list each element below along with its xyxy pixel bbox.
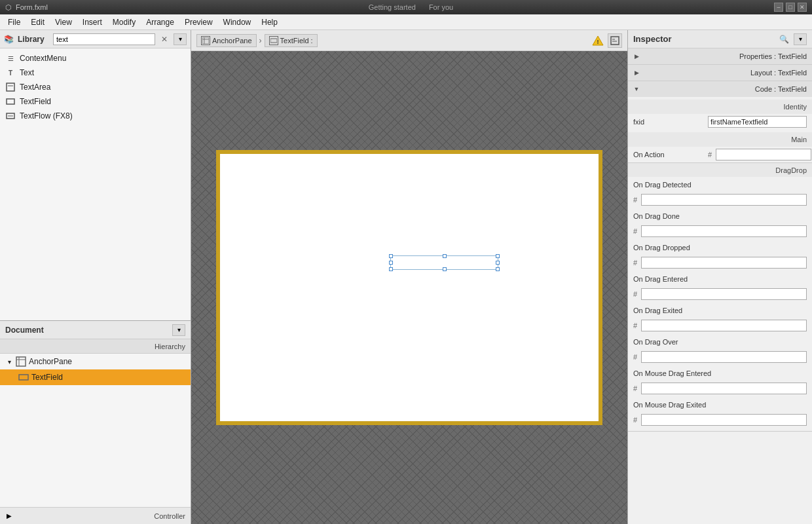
tree-toggle-anchorpane[interactable]: ▾ — [5, 358, 13, 365]
library-item-textfield[interactable]: TextField — [0, 94, 191, 109]
handle-middle-left[interactable] — [389, 261, 393, 265]
svg-rect-5 — [16, 357, 26, 366]
on-drag-dropped-row: On Drag Dropped — [628, 240, 812, 255]
close-button[interactable]: ✕ — [798, 3, 807, 12]
library-header: 📚 Library ✕ ▾ — [0, 30, 191, 48]
main-layout: 📚 Library ✕ ▾ ☰ ContextMenu T Text — [0, 30, 812, 524]
properties-section-header[interactable]: ▶ Properties : TextField — [628, 48, 812, 64]
menu-bar: File Edit View Insert Modify Arrange Pre… — [0, 14, 812, 30]
document-tree: ▾ AnchorPane TextField — [0, 354, 191, 507]
on-drag-done-input[interactable] — [641, 225, 807, 237]
on-drag-dropped-input-row: # — [628, 255, 812, 271]
svg-rect-9 — [202, 37, 209, 44]
menu-view[interactable]: View — [50, 16, 77, 28]
user-name: For you — [429, 3, 453, 11]
menu-arrange[interactable]: Arrange — [141, 16, 179, 28]
textfield-selected[interactable] — [390, 255, 498, 270]
tree-item-anchorpane[interactable]: ▾ AnchorPane — [0, 354, 191, 369]
on-mouse-drag-exited-input[interactable] — [641, 414, 807, 426]
svg-text:!: ! — [597, 39, 599, 45]
minimize-button[interactable]: – — [774, 3, 783, 12]
library-section: 📚 Library ✕ ▾ ☰ ContextMenu T Text — [0, 30, 191, 321]
on-mouse-drag-entered-label: On Mouse Drag Entered — [633, 369, 711, 377]
document-gear-button[interactable]: ▾ — [172, 324, 185, 336]
maximize-button[interactable]: □ — [786, 3, 795, 12]
on-action-input[interactable] — [716, 149, 811, 160]
hash-7: # — [633, 416, 640, 424]
main-label: Main — [791, 136, 807, 143]
menu-help[interactable]: Help — [256, 16, 283, 28]
textfield-icon — [5, 96, 16, 107]
on-drag-done-field: # — [633, 225, 807, 237]
menu-modify[interactable]: Modify — [107, 16, 141, 28]
hash-1: # — [633, 227, 640, 235]
library-item-textarea[interactable]: TextArea — [0, 80, 191, 94]
canvas-area[interactable] — [191, 51, 627, 524]
on-mouse-drag-exited-input-row: # — [628, 413, 812, 428]
controller-toggle[interactable]: ▶ — [5, 512, 13, 520]
fxid-field — [708, 116, 807, 128]
on-action-hash: # — [708, 151, 714, 159]
on-drag-over-input[interactable] — [641, 351, 807, 363]
title-bar: ⬡ Form.fxml Getting started For you – □ … — [0, 0, 812, 14]
handle-bottom-center[interactable] — [443, 267, 447, 271]
library-close-button[interactable]: ✕ — [159, 34, 170, 45]
fxid-row: fxid — [628, 114, 812, 130]
on-drag-dropped-input[interactable] — [641, 257, 807, 269]
svg-rect-2 — [7, 99, 14, 104]
text-icon: T — [5, 67, 16, 78]
on-drag-exited-input[interactable] — [641, 320, 807, 331]
on-drag-entered-row: On Drag Entered — [628, 271, 812, 287]
on-mouse-drag-entered-field: # — [633, 383, 807, 394]
on-drag-exited-input-row: # — [628, 318, 812, 334]
inspector-section-code: ▼ Code : TextField Identity fxid — [628, 81, 812, 432]
document-section: Document ▾ Hierarchy ▾ AnchorPane — [0, 321, 191, 524]
handle-middle-right[interactable] — [496, 261, 500, 265]
code-section-header[interactable]: ▼ Code : TextField — [628, 81, 812, 97]
library-items-list: ☰ ContextMenu T Text TextArea — [0, 48, 191, 320]
menu-edit[interactable]: Edit — [26, 16, 50, 28]
on-mouse-drag-entered-input[interactable] — [641, 383, 807, 394]
library-item-text[interactable]: T Text — [0, 66, 191, 80]
dragdrop-label: DragDrop — [775, 166, 807, 174]
library-gear-button[interactable]: ▾ — [174, 33, 187, 45]
menu-window[interactable]: Window — [218, 16, 257, 28]
left-panel: 📚 Library ✕ ▾ ☰ ContextMenu T Text — [0, 30, 191, 524]
inspector-header: Inspector 🔍 ▾ — [628, 30, 812, 48]
on-drag-done-input-row: # — [628, 224, 812, 240]
library-item-textflow[interactable]: TextFlow (FX8) — [0, 109, 191, 123]
on-drag-over-row: On Drag Over — [628, 334, 812, 350]
code-button[interactable] — [608, 33, 622, 48]
inspector-search-button[interactable]: 🔍 — [778, 33, 790, 45]
textflow-icon — [5, 111, 16, 121]
hierarchy-label: Hierarchy — [155, 343, 185, 350]
inspector-gear-button[interactable]: ▾ — [794, 33, 807, 45]
tree-item-textfield[interactable]: TextField — [0, 369, 191, 385]
handle-top-left[interactable] — [389, 254, 393, 258]
breadcrumb-arrow: › — [259, 36, 262, 45]
handle-bottom-right[interactable] — [496, 267, 500, 271]
on-drag-entered-input[interactable] — [641, 288, 807, 300]
warning-button[interactable]: ! — [591, 33, 605, 48]
form-canvas[interactable] — [216, 150, 602, 425]
on-drag-detected-input[interactable] — [641, 194, 807, 206]
menu-file[interactable]: File — [3, 16, 26, 28]
handle-bottom-left[interactable] — [389, 267, 393, 271]
hash-3: # — [633, 290, 640, 298]
layout-section-header[interactable]: ▶ Layout : TextField — [628, 65, 812, 81]
menu-preview[interactable]: Preview — [179, 16, 218, 28]
handle-top-center[interactable] — [443, 254, 447, 258]
canvas-toolbar-right: ! — [591, 33, 622, 48]
app-name: Getting started — [369, 3, 416, 11]
breadcrumb-textfield[interactable]: TextField : — [265, 34, 318, 47]
library-item-label: ContextMenu — [20, 54, 66, 63]
fxid-input[interactable] — [708, 116, 807, 128]
library-search-input[interactable] — [53, 33, 155, 45]
library-item-contextmenu[interactable]: ☰ ContextMenu — [0, 51, 191, 66]
handle-top-right[interactable] — [496, 254, 500, 258]
menu-insert[interactable]: Insert — [77, 16, 107, 28]
on-action-field: # — [708, 149, 811, 160]
breadcrumb-anchorpane[interactable]: AnchorPane — [196, 34, 257, 47]
app-icon: ⬡ — [5, 3, 12, 12]
dragdrop-group-header: DragDrop — [628, 162, 812, 177]
